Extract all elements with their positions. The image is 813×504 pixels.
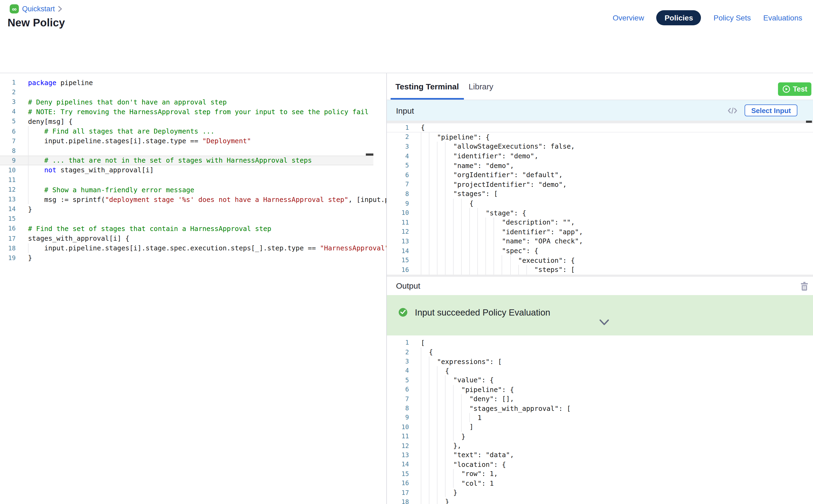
tab-policy-sets[interactable]: Policy Sets (714, 13, 751, 22)
code-line-5[interactable]: 5deny[msg] { (0, 117, 386, 126)
select-input-button[interactable]: Select Input (745, 104, 797, 116)
code-line-8[interactable]: 8 (0, 146, 386, 155)
code-line-19[interactable]: 19} (0, 253, 386, 263)
code-line-6[interactable]: 6"orgIdentifier": "default", (387, 170, 813, 180)
code-token: "projectIdentifier": "demo", (453, 180, 567, 189)
indent-guide (429, 441, 437, 450)
code-line-17[interactable]: 17} (387, 488, 813, 497)
line-number: 3 (387, 358, 409, 365)
indent-guide (429, 404, 437, 413)
code-line-17[interactable]: 17stages_with_approval[i] { (0, 233, 386, 243)
code-line-1[interactable]: 1{ (387, 123, 813, 132)
line-number: 15 (387, 256, 409, 264)
test-button[interactable]: Test (778, 82, 811, 96)
code-line-14[interactable]: 14"location": { (387, 460, 813, 469)
code-line-18[interactable]: 18} (387, 497, 813, 504)
code-line-18[interactable]: 18input.pipeline.stages[i].stage.spec.ex… (0, 243, 386, 253)
code-line-7[interactable]: 7"deny": [], (387, 394, 813, 404)
code-line-7[interactable]: 7"projectIdentifier": "demo", (387, 180, 813, 189)
indent-guide (461, 236, 469, 246)
code-line-14[interactable]: 14"spec": { (387, 246, 813, 255)
indent-guide (470, 208, 478, 218)
code-line-2[interactable]: 2{ (387, 347, 813, 357)
code-line-13[interactable]: 13"text": "data", (387, 450, 813, 460)
code-line-1[interactable]: 1package pipeline (0, 78, 386, 87)
output-splitter[interactable] (387, 274, 813, 277)
trash-icon[interactable] (800, 281, 809, 291)
code-line-5[interactable]: 5"name": "demo", (387, 161, 813, 170)
code-token: stages_with_approval[i] (56, 165, 153, 175)
line-number: 13 (387, 451, 409, 459)
indent-guide (453, 394, 461, 404)
chevron-down-icon[interactable] (599, 319, 609, 325)
code-line-3[interactable]: 3"allowStageExecutions": false, (387, 142, 813, 151)
code-line-1[interactable]: 1[ (387, 338, 813, 347)
chevron-right-icon (58, 6, 62, 12)
code-line-8[interactable]: 8"stages": [ (387, 189, 813, 198)
indent-guide (461, 413, 469, 422)
tab-policies[interactable]: Policies (657, 10, 701, 25)
code-line-11[interactable]: 11} (387, 432, 813, 441)
indent-guide (429, 375, 437, 385)
code-line-13[interactable]: 13"name": "OPA check", (387, 236, 813, 246)
code-line-6[interactable]: 6"pipeline": { (387, 385, 813, 394)
indent-guide (478, 208, 486, 218)
code-line-16[interactable]: 16# Find the set of stages that contain … (0, 224, 386, 233)
tab-library[interactable]: Library (464, 82, 498, 100)
indent-guide (429, 488, 437, 497)
output-json-editor[interactable]: 1[2{3"expressions": [4{5"value": {6"pipe… (387, 335, 813, 504)
code-line-2[interactable]: 2"pipeline": { (387, 132, 813, 142)
indent-guide (421, 357, 429, 366)
code-line-9[interactable]: 9# ... that are not in the set of stages… (0, 156, 373, 165)
code-line-4[interactable]: 4# NOTE: Try removing the HarnessApprova… (0, 107, 386, 117)
code-line-8[interactable]: 8"stages_with_approval": [ (387, 404, 813, 413)
code-line-15[interactable]: 15"row": 1, (387, 469, 813, 478)
code-line-5[interactable]: 5"value": { (387, 375, 813, 385)
indent-guide (429, 236, 437, 246)
code-line-7[interactable]: 7input.pipeline.stages[i].stage.type == … (0, 136, 386, 146)
code-line-12[interactable]: 12"identifier": "app", (387, 227, 813, 236)
breadcrumb-project-link[interactable]: Quickstart (22, 5, 55, 13)
code-line-11[interactable]: 11 (0, 175, 386, 185)
code-line-3[interactable]: 3"expressions": [ (387, 357, 813, 366)
code-line-6[interactable]: 6# Find all stages that are Deployments … (0, 126, 386, 136)
evaluation-success-banner[interactable]: Input succeeded Policy Evaluation (387, 295, 813, 335)
code-line-4[interactable]: 4{ (387, 366, 813, 376)
code-token: "stages": [ (453, 189, 498, 198)
code-line-12[interactable]: 12}, (387, 441, 813, 450)
input-json-editor[interactable]: 1{2"pipeline": {3"allowStageExecutions":… (387, 123, 813, 274)
indent-guide (421, 189, 429, 198)
code-token: "spec": { (502, 246, 538, 255)
input-splitter[interactable] (387, 121, 813, 123)
code-line-14[interactable]: 14} (0, 204, 386, 214)
code-line-16[interactable]: 16"steps": [ (387, 265, 813, 274)
code-line-10[interactable]: 10not stages_with_approval[i] (0, 165, 386, 175)
code-view-icon[interactable] (728, 107, 737, 115)
tab-overview[interactable]: Overview (613, 13, 644, 22)
indent-guide (486, 227, 494, 236)
code-line-15[interactable]: 15"execution": { (387, 255, 813, 265)
tab-testing-terminal[interactable]: Testing Terminal (390, 82, 464, 100)
code-line-9[interactable]: 91 (387, 413, 813, 422)
code-line-3[interactable]: 3# Deny pipelines that don't have an app… (0, 97, 386, 107)
line-number: 6 (0, 127, 16, 135)
indent-guide (421, 404, 429, 413)
code-line-15[interactable]: 15 (0, 214, 386, 224)
code-line-9[interactable]: 9{ (387, 199, 813, 208)
tab-evaluations[interactable]: Evaluations (763, 13, 802, 22)
success-check-icon (399, 308, 407, 316)
code-line-13[interactable]: 13msg := sprintf("deployment stage '%s' … (0, 194, 386, 204)
indent-guide (421, 180, 429, 189)
policy-editor-page: ∞ Quickstart New Policy Overview Policie… (0, 0, 813, 504)
indent-guide (461, 404, 469, 413)
code-line-10[interactable]: 10"stage": { (387, 208, 813, 218)
code-line-2[interactable]: 2 (0, 87, 386, 97)
code-line-12[interactable]: 12# Show a human-friendly error message (0, 185, 386, 194)
policy-code-editor[interactable]: 1package pipeline23# Deny pipelines that… (0, 73, 387, 504)
code-line-10[interactable]: 10] (387, 422, 813, 432)
code-token: "execution": { (518, 255, 575, 265)
code-line-4[interactable]: 4"identifier": "demo", (387, 151, 813, 161)
line-number: 3 (387, 143, 409, 150)
code-line-11[interactable]: 11"description": "", (387, 218, 813, 227)
code-line-16[interactable]: 16"col": 1 (387, 478, 813, 488)
